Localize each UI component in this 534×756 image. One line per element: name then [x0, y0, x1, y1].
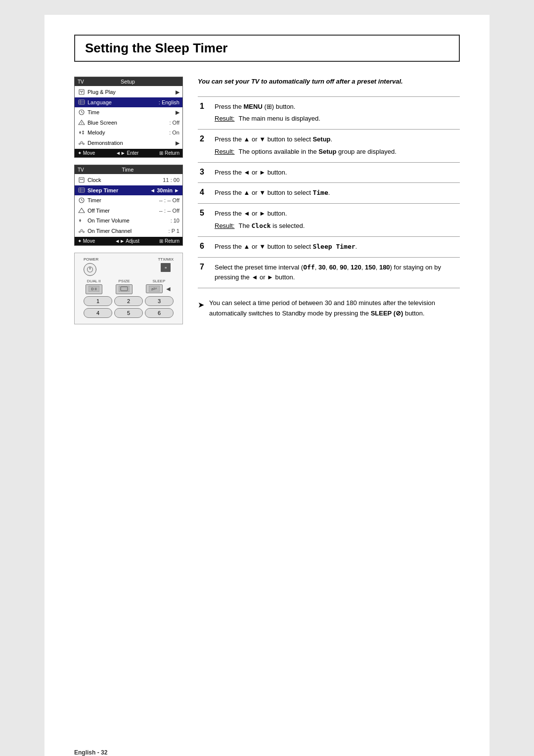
time-row-clock: Clock 11 : 00 [75, 175, 182, 185]
svg-rect-29 [79, 188, 85, 192]
menu-row-melody: Melody : On [75, 128, 182, 138]
clock-value: 11 : 00 [163, 176, 179, 184]
setup-menu-body: Plug & Play ▶ Language : English [75, 86, 182, 149]
demo-icon [78, 139, 86, 146]
time-menu-body: Clock 11 : 00 Sleep Timer ◄ 30min ► [75, 174, 182, 237]
sleep-label: SLEEP [152, 279, 165, 283]
time-menu-header: TV Time [75, 165, 182, 174]
time-menu-label: Time [88, 108, 174, 117]
num-1-button[interactable]: 1 [84, 296, 112, 306]
numpad: 1 2 3 4 5 6 [84, 296, 174, 318]
step-2-result: Result: The options available in the Set… [215, 147, 457, 157]
time-row-off-timer: Off Timer -- : -- Off [75, 206, 182, 216]
right-column: You can set your TV to automatically tur… [198, 77, 460, 319]
step-num-5: 5 [198, 204, 212, 237]
demo-label: Demonstration [88, 139, 174, 147]
ttx-button[interactable]: ≡ [161, 263, 171, 272]
timer-icon [78, 197, 86, 204]
plug-play-value: ▶ [176, 88, 179, 96]
setup-footer-return: ⊞ Return [159, 150, 179, 156]
time-menu-tv-label: TV [78, 167, 84, 173]
num-5-button[interactable]: 5 [114, 308, 143, 318]
footer-page-number: English - 32 [74, 749, 107, 756]
step-1-result-label: Result: [215, 114, 234, 124]
off-timer-value: -- : -- Off [159, 207, 179, 215]
psize-label: PSIZE [119, 279, 130, 283]
clock-label: Clock [88, 176, 161, 184]
setup-menu-footer: ✦ Move ◄► Enter ⊞ Return [75, 149, 182, 157]
setup-menu-header: TV Setup [75, 77, 182, 86]
time-footer-return: ⊞ Return [159, 238, 179, 244]
on-vol-label: On Timer Volume [88, 217, 169, 225]
step-row-5: 5 Press the ◄ or ► button. Result: The C… [198, 204, 460, 237]
setup-footer-enter: ◄► Enter [116, 150, 138, 156]
dual-group: DUAL II D II [86, 279, 102, 294]
svg-text:z: z [155, 287, 157, 290]
language-icon [78, 99, 86, 106]
melody-value: : On [169, 129, 179, 137]
step-num-7: 7 [198, 257, 212, 288]
svg-point-41 [83, 231, 85, 232]
on-vol-value: : 10 [171, 217, 179, 225]
dual-button[interactable]: D II [86, 284, 102, 294]
step-2-result-text: The options available in the Setup group… [238, 147, 396, 157]
svg-rect-25 [79, 178, 84, 182]
step-content-7: Select the preset time interval (Off, 30… [212, 257, 460, 288]
intro-text: You can set your TV to automatically tur… [198, 77, 460, 87]
remote-control: POWER TTX/MIX ≡ DUAL II [74, 253, 183, 324]
step-content-3: Press the ◄ or ► button. [212, 162, 460, 183]
step-5-result-text: The Clock is selected. [238, 221, 305, 231]
menu-row-language: Language : English [75, 97, 182, 108]
num-6-button[interactable]: 6 [145, 308, 174, 318]
menu-row-blue-screen: Blue Screen : Off [75, 118, 182, 128]
step-num-3: 3 [198, 162, 212, 183]
on-ch-value: : P 1 [169, 227, 179, 235]
menu-row-demo: Demonstration ▶ [75, 138, 182, 148]
setup-menu-title: Setup [121, 79, 135, 85]
svg-point-14 [82, 124, 82, 125]
sleep-button[interactable]: zzz ◄ [146, 284, 172, 293]
time-row-on-vol: On Timer Volume : 10 [75, 216, 182, 226]
blue-screen-icon [78, 119, 86, 126]
step-5-result: Result: The Clock is selected. [215, 221, 457, 231]
step-row-4: 4 Press the ▲ or ▼ button to select Time… [198, 183, 460, 204]
step-row-7: 7 Select the preset time interval (Off, … [198, 257, 460, 288]
num-3-button[interactable]: 3 [145, 296, 174, 306]
sleep-group: SLEEP zzz ◄ [146, 279, 172, 294]
note-text: You can select a time period of between … [209, 298, 460, 319]
page-title: Setting the Sleep Timer [74, 35, 460, 62]
svg-point-20 [81, 141, 83, 143]
power-area: POWER [84, 257, 98, 276]
svg-line-24 [83, 143, 83, 143]
remote-top-row: POWER TTX/MIX ≡ [79, 257, 178, 276]
step-num-4: 4 [198, 183, 212, 204]
remote-arrow-indicator: ◄ [165, 285, 172, 293]
svg-line-23 [80, 143, 81, 143]
clock-icon [78, 177, 86, 183]
psize-button[interactable] [116, 284, 133, 294]
step-num-1: 1 [198, 96, 212, 130]
setup-menu-tv-label: TV [78, 79, 84, 85]
power-label: POWER [84, 257, 98, 262]
step-content-4: Press the ▲ or ▼ button to select Time. [212, 183, 460, 204]
step-num-6: 6 [198, 236, 212, 257]
time-row-timer: Timer -- : -- Off [75, 195, 182, 206]
step-row-6: 6 Press the ▲ or ▼ button to select Slee… [198, 236, 460, 257]
on-vol-icon [78, 217, 86, 224]
timer-value: -- : -- Off [159, 196, 179, 205]
page: Setting the Sleep Timer TV Setup Plug [44, 15, 490, 756]
setup-footer-move: ✦ Move [78, 150, 95, 156]
demo-value: ▶ [176, 139, 179, 147]
num-2-button[interactable]: 2 [114, 296, 143, 306]
plug-play-label: Plug & Play [88, 88, 174, 96]
setup-menu: TV Setup Plug & Play ▶ [74, 77, 183, 158]
num-4-button[interactable]: 4 [84, 308, 112, 318]
svg-marker-36 [79, 208, 85, 213]
step-2-result-label: Result: [215, 147, 234, 157]
power-button[interactable] [84, 263, 96, 276]
melody-icon [78, 129, 86, 136]
psize-group: PSIZE [116, 279, 133, 294]
on-ch-icon [78, 227, 86, 234]
step-1-result-text: The main menu is displayed. [238, 114, 320, 124]
blue-screen-value: : Off [169, 119, 179, 127]
